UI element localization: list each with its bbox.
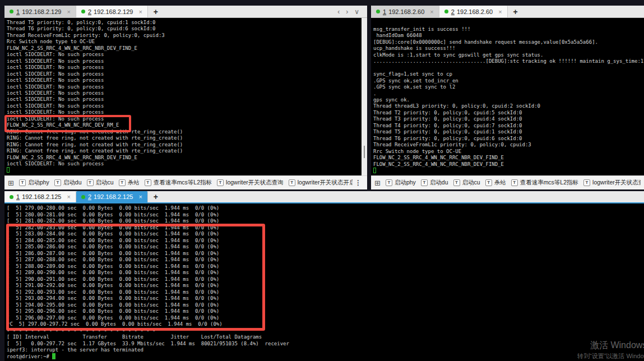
tab-scroll-right-icon[interactable]: › <box>346 8 348 16</box>
terminal-cursor <box>373 168 376 173</box>
tab-session-1-125[interactable]: 1 192.168.2.125 × <box>4 191 76 202</box>
tab-host-label: 192.168.2.60 <box>457 8 493 15</box>
tabbar-top-left: 1 192.168.2.129 × 2 192.168.2.129 × + ‹ … <box>4 6 367 18</box>
command-text-icon: T <box>386 179 392 186</box>
tab-session-2-60[interactable]: 2 192.168.2.60 × <box>439 6 508 17</box>
connected-dot-icon <box>10 10 13 13</box>
connected-dot-icon <box>81 195 85 199</box>
tab-list-dropdown-icon[interactable]: ∨ <box>354 8 359 16</box>
quick-command-button[interactable]: T 启动cu <box>453 179 480 187</box>
command-text-icon: T <box>421 179 428 186</box>
quick-command-button[interactable]: T 杀站 <box>119 179 140 187</box>
quick-command-label: logwriter开关状态查询 <box>226 179 284 187</box>
quick-command-button[interactable]: T 启动phy <box>386 179 416 187</box>
quick-command-label: 杀站 <box>494 179 506 187</box>
close-icon[interactable]: × <box>138 193 142 200</box>
windows-activation-watermark-line2: 转到“设置”以激活 Windows。 <box>577 352 644 360</box>
annotation-box-left <box>4 115 131 132</box>
command-text-icon: T <box>217 179 224 186</box>
terminal-cursor <box>52 353 55 359</box>
scrollbar-thumb[interactable] <box>364 146 365 158</box>
quick-command-label: 启动phy <box>28 179 49 187</box>
terminal-output-top-left[interactable]: Thread T5 priority: 0, policy:0, cpuid:1… <box>4 18 367 175</box>
tab-number: 1 <box>383 8 386 15</box>
quick-command-button[interactable]: T 启动cu <box>87 179 114 187</box>
quick-command-button[interactable]: T 启动du <box>421 179 448 187</box>
quick-command-label: 查看速率mcs等L2指标 <box>154 179 212 187</box>
tabbar-top-right: 1 192.168.2.60 × 2 192.168.2.60 × + <box>371 6 644 18</box>
grid-icon[interactable]: ⊞ <box>8 179 14 187</box>
quick-command-label: 启动phy <box>395 179 416 187</box>
command-text-icon: T <box>511 179 518 186</box>
quick-command-toolbar-left: ⊞ T 启动phy T 启动du T 启动cu T 杀站 T <box>4 175 367 189</box>
tab-number: 1 <box>16 193 20 200</box>
command-text-icon: T <box>583 179 590 186</box>
annotation-box-bottom <box>6 224 265 331</box>
quick-command-button[interactable]: T 查看速率mcs等L2指标 <box>511 179 578 187</box>
toolbar-overflow-icon[interactable]: ⋮ <box>353 179 364 187</box>
command-text-icon: T <box>289 179 295 186</box>
quick-command-button[interactable]: T 杀站 <box>485 179 506 187</box>
tab-session-1-60[interactable]: 1 192.168.2.60 × <box>371 6 439 17</box>
quick-command-button[interactable]: T 启动phy <box>19 179 49 187</box>
tab-host-label: 192.168.2.125 <box>22 193 61 200</box>
tab-scroll-left-icon[interactable]: ‹ <box>337 8 340 16</box>
close-icon[interactable]: × <box>138 8 142 15</box>
quick-command-list: T 启动phy T 启动du T 启动cu T 杀站 T 查看速率mcs等L2指… <box>386 179 641 187</box>
tab-session-1-129[interactable]: 1 192.168.2.129 × <box>4 6 76 17</box>
command-text-icon: T <box>485 179 492 186</box>
command-text-icon: T <box>54 179 61 186</box>
quick-command-label: 启动du <box>63 179 82 187</box>
quick-command-button[interactable]: T logwriter开关状态开启 <box>289 179 353 187</box>
tab-host-label: 192.168.2.129 <box>22 8 61 15</box>
quick-command-button[interactable]: T logwriter开关状态查询 <box>583 179 641 187</box>
terminal-output-top-right[interactable]: msg_transfer_init is success !!! handIdO… <box>371 18 644 175</box>
tab-number: 2 <box>88 193 91 200</box>
connected-dot-icon <box>444 10 448 13</box>
quick-command-button[interactable]: T 启动du <box>54 179 82 187</box>
quick-command-list: T 启动phy T 启动du T 启动cu T 杀站 T 查看速率mcs等L2指… <box>19 179 353 187</box>
command-text-icon: T <box>145 179 151 186</box>
quick-command-label: 查看速率mcs等L2指标 <box>520 179 578 187</box>
connected-dot-icon <box>10 195 13 199</box>
close-icon[interactable]: × <box>67 193 70 200</box>
quick-command-button[interactable]: T 查看速率mcs等L2指标 <box>145 179 212 187</box>
grid-icon[interactable]: ⊞ <box>374 179 381 187</box>
tabbar-bottom: 1 192.168.2.125 × 2 192.168.2.125 × + <box>4 191 644 203</box>
tab-number: 1 <box>16 8 20 15</box>
quick-command-label: 启动cu <box>96 179 114 187</box>
command-text-icon: T <box>119 179 126 186</box>
tab-navigation: ‹ › ∨ <box>337 6 367 17</box>
close-icon[interactable]: × <box>498 8 502 15</box>
quick-command-label: logwriter开关状态查询 <box>592 179 641 187</box>
windows-activation-watermark-line1: 激活 Windows <box>590 340 644 351</box>
quick-command-label: 启动cu <box>462 179 480 187</box>
new-tab-button[interactable]: + <box>508 6 523 17</box>
quick-command-label: 杀站 <box>128 179 140 187</box>
scrollbar[interactable] <box>362 18 367 175</box>
new-tab-button[interactable]: + <box>148 6 164 17</box>
command-text-icon: T <box>453 179 460 186</box>
new-tab-button[interactable]: + <box>148 191 164 202</box>
tab-number: 2 <box>88 8 91 15</box>
quick-command-button[interactable]: T logwriter开关状态查询 <box>217 179 284 187</box>
terminal-cursor <box>7 167 10 173</box>
tab-host-label: 192.168.2.60 <box>388 8 424 15</box>
close-icon[interactable]: × <box>67 8 70 15</box>
connected-dot-icon <box>81 10 85 13</box>
quick-command-toolbar-right: ⊞ T 启动phy T 启动du T 启动cu T 杀站 T <box>371 175 644 189</box>
quick-command-label: 启动du <box>430 179 448 187</box>
close-icon[interactable]: × <box>430 8 433 15</box>
tab-session-2-129[interactable]: 2 192.168.2.129 × <box>76 6 148 17</box>
remote-terminal-app: { "ui": { "close_glyph": "×", "new_tab_g… <box>0 0 644 361</box>
tab-session-2-125-active[interactable]: 2 192.168.2.125 × <box>76 191 148 202</box>
tab-host-label: 192.168.2.129 <box>94 8 133 15</box>
tab-host-label: 192.168.2.125 <box>94 193 133 200</box>
command-text-icon: T <box>87 179 94 186</box>
command-text-icon: T <box>19 179 26 186</box>
quick-command-label: logwriter开关状态开启 <box>298 179 353 187</box>
tab-number: 2 <box>451 8 455 15</box>
connected-dot-icon <box>376 10 380 13</box>
